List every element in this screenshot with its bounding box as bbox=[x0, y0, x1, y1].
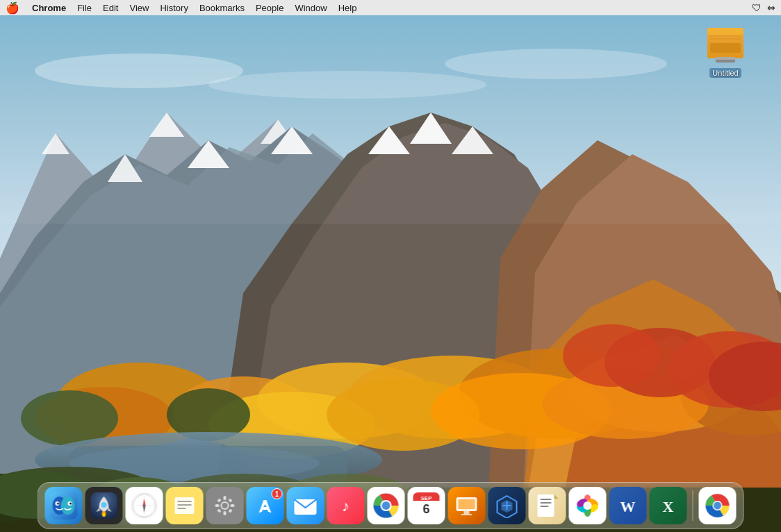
dock-sourcekit[interactable] bbox=[488, 487, 526, 524]
svg-rect-110 bbox=[459, 499, 475, 509]
svg-text:SEP: SEP bbox=[420, 495, 432, 501]
svg-text:X: X bbox=[663, 498, 674, 515]
dock-launchpad[interactable] bbox=[85, 487, 123, 524]
svg-point-51 bbox=[208, 71, 486, 99]
finder-icon bbox=[50, 492, 78, 519]
dock: A 1 ♪ bbox=[38, 482, 744, 529]
apple-menu[interactable]: 🍎 bbox=[6, 1, 19, 15]
dock-photos[interactable] bbox=[569, 487, 607, 524]
dock-system-preferences[interactable] bbox=[206, 487, 244, 524]
svg-point-126 bbox=[585, 503, 591, 508]
dock-finder[interactable] bbox=[45, 487, 83, 524]
menubar: 🍎 Chrome File Edit View History Bookmark… bbox=[0, 0, 781, 15]
svg-point-67 bbox=[69, 503, 72, 505]
svg-point-63 bbox=[61, 497, 75, 515]
notes-icon bbox=[172, 493, 197, 518]
dock-excel[interactable]: X bbox=[650, 487, 687, 524]
dock-mail[interactable] bbox=[287, 487, 324, 524]
dock-app-store[interactable]: A 1 bbox=[247, 487, 284, 524]
svg-text:A: A bbox=[259, 497, 271, 515]
dock-screentime[interactable] bbox=[448, 487, 486, 524]
svg-point-66 bbox=[57, 503, 59, 505]
music-icon: ♪ bbox=[334, 493, 359, 518]
svg-rect-87 bbox=[224, 511, 227, 515]
menu-edit[interactable]: Edit bbox=[97, 2, 124, 14]
hdd-label: Untitled bbox=[709, 68, 741, 78]
hdd-icon-image bbox=[706, 22, 745, 65]
resize-icon[interactable]: ⇔ bbox=[767, 2, 775, 13]
system-prefs-icon bbox=[212, 492, 238, 519]
svg-rect-108 bbox=[464, 511, 470, 514]
svg-point-101 bbox=[382, 501, 390, 510]
chrome-icon bbox=[372, 492, 400, 519]
malwarebytes-icon[interactable]: 🛡 bbox=[752, 2, 762, 13]
dock-music[interactable]: ♪ bbox=[327, 487, 365, 524]
svg-marker-118 bbox=[554, 494, 559, 499]
dock-safari[interactable] bbox=[126, 487, 163, 524]
dock-notes[interactable] bbox=[166, 487, 204, 524]
svg-text:W: W bbox=[620, 498, 636, 515]
hdd-desktop-icon[interactable]: Untitled bbox=[698, 22, 753, 78]
svg-rect-86 bbox=[224, 496, 227, 500]
svg-point-71 bbox=[103, 513, 106, 517]
word-icon: W bbox=[616, 493, 641, 518]
dock-word[interactable]: W bbox=[609, 487, 647, 524]
svg-rect-89 bbox=[231, 504, 235, 507]
excel-icon: X bbox=[656, 493, 681, 518]
photos-icon bbox=[574, 492, 602, 519]
svg-rect-49 bbox=[0, 15, 781, 224]
chrome-secondary-icon bbox=[705, 492, 731, 519]
menu-file[interactable]: File bbox=[72, 2, 97, 14]
svg-text:♪: ♪ bbox=[342, 497, 350, 515]
menu-history[interactable]: History bbox=[154, 2, 193, 14]
dock-chrome[interactable] bbox=[368, 487, 405, 524]
svg-rect-114 bbox=[541, 499, 552, 500]
svg-rect-58 bbox=[716, 57, 735, 60]
svg-point-36 bbox=[563, 324, 660, 387]
dock-textedit[interactable] bbox=[529, 487, 566, 524]
mail-icon bbox=[293, 492, 319, 519]
menu-view[interactable]: View bbox=[124, 2, 154, 14]
svg-rect-79 bbox=[175, 497, 195, 514]
app-store-badge: 1 bbox=[272, 488, 283, 499]
menubar-right: 🛡 ⇔ bbox=[752, 2, 775, 13]
desktop: Untitled bbox=[0, 15, 781, 532]
menu-help[interactable]: Help bbox=[333, 2, 363, 14]
dock-calendar[interactable]: SEP 6 bbox=[408, 487, 445, 524]
svg-rect-56 bbox=[710, 43, 741, 53]
dock-separator bbox=[693, 490, 693, 521]
calendar-icon: SEP 6 bbox=[413, 492, 440, 519]
menu-chrome[interactable]: Chrome bbox=[26, 2, 72, 14]
svg-point-69 bbox=[101, 502, 107, 508]
menu-people[interactable]: People bbox=[250, 2, 289, 14]
menu-bookmarks[interactable]: Bookmarks bbox=[194, 2, 250, 14]
svg-point-52 bbox=[445, 49, 667, 79]
svg-rect-115 bbox=[541, 502, 552, 504]
safari-icon bbox=[131, 492, 158, 519]
dock-chrome-secondary[interactable] bbox=[699, 487, 737, 524]
sourcekit-icon bbox=[495, 493, 520, 518]
svg-rect-109 bbox=[461, 514, 472, 515]
svg-point-37 bbox=[21, 390, 118, 446]
textedit-icon bbox=[535, 493, 560, 518]
launchpad-icon bbox=[91, 492, 117, 519]
svg-point-134 bbox=[714, 502, 721, 510]
menu-window[interactable]: Window bbox=[289, 2, 332, 14]
svg-point-85 bbox=[222, 503, 228, 508]
svg-rect-116 bbox=[541, 506, 549, 507]
svg-rect-55 bbox=[707, 28, 743, 35]
svg-rect-88 bbox=[215, 504, 220, 507]
screentime-icon bbox=[454, 493, 479, 518]
svg-text:6: 6 bbox=[422, 502, 429, 516]
